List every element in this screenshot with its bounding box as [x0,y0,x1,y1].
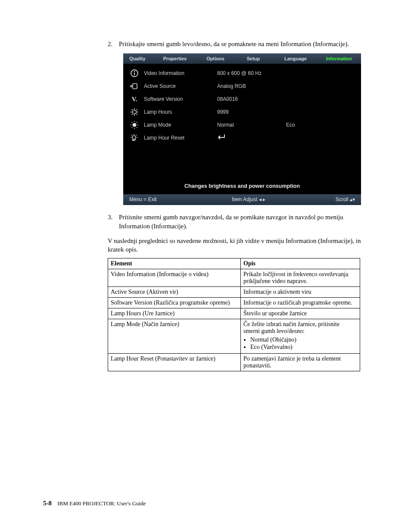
osd-tabs: Quality Properties Options Setup Languag… [123,53,361,64]
osd-tab-setup: Setup [233,53,274,64]
source-icon [129,81,140,91]
osd-row-video-info: Video Information 800 x 600 @ 60 Hz [123,67,361,80]
osd-value: Normal [217,122,282,128]
osd-label: Software Version [144,96,213,102]
osd-tab-options: Options [198,53,233,64]
version-icon: V. [129,94,140,104]
step-3: 3. Pritisnite smerni gumb navzgor/navzdo… [108,213,364,230]
svg-rect-2 [134,73,135,75]
cell-opis-intro: Če želite izbrati način žarnice, pritisn… [243,321,339,334]
svg-point-4 [133,110,137,114]
table-row: Video Information (Informacije o videu) … [108,269,360,287]
step-2-num: 2. [108,40,119,48]
spec-table: Element Opis Video Information (Informac… [108,258,360,371]
lamp-reset-icon [129,133,140,143]
svg-point-22 [132,136,136,139]
lamp-mode-icon [129,120,140,130]
intro-paragraph: V naslednji preglednici so navedene možn… [108,236,364,254]
svg-point-1 [134,71,135,72]
cell-opis: Informacije o aktivnem viru [241,287,360,298]
cell-element: Lamp Hour Reset (Ponastavitev ur žarnice… [108,354,241,371]
th-opis: Opis [241,258,360,269]
osd-label: Active Source [144,83,213,89]
osd-label: Lamp Mode [144,122,213,128]
osd-row-software-version: V. Software Version 08A0016 [123,93,361,106]
step-3-num: 3. [108,213,119,230]
svg-line-26 [131,135,132,136]
svg-line-12 [132,114,133,115]
osd-foot-menu: Menu = Exit [129,196,215,202]
osd-body: Video Information 800 x 600 @ 60 Hz Acti… [123,64,361,194]
osd-tab-properties: Properties [152,53,198,64]
osd-tab-information: Information [317,53,361,64]
osd-foot-adjust: Item Adjust ◂ ▸ [215,196,282,202]
osd-row-lamp-hours: Lamp Hours 9999 [123,106,361,118]
osd-value: 9999 [217,109,282,115]
page-number: 5-8 [43,500,52,507]
osd-value: Analog RGB [217,83,282,89]
cell-opis: Število ur uporabe žarnice [241,308,360,319]
cell-opis: Če želite izbrati način žarnice, pritisn… [241,319,360,354]
osd-tab-quality: Quality [123,53,152,64]
list-item: Normal (Običajno) [250,336,357,343]
table-row: Active Source (Aktiven vir) Informacije … [108,287,360,298]
osd-label: Lamp Hours [144,109,213,115]
table-row: Software Version (Različica programske o… [108,298,360,308]
cell-element: Software Version (Različica programske o… [108,298,241,308]
osd-row-active-source: Active Source Analog RGB [123,80,361,93]
osd-footer: Menu = Exit Item Adjust ◂ ▸ Scroll ▴▾ [123,194,361,205]
osd-foot-scroll: Scroll ▴▾ [282,196,355,202]
table-row: Lamp Hours (Ure žarnice) Število ur upor… [108,308,360,319]
cell-opis: Po zamenjavi žarnice je treba ta element… [241,354,360,371]
svg-line-10 [137,114,137,115]
cell-opis-list: Normal (Običajno) Eco (Varčevalno) [250,336,357,351]
table-row: Lamp Mode (Način žarnice) Če želite izbr… [108,319,360,354]
cell-element: Video Information (Informacije o videu) [108,269,241,287]
table-row: Lamp Hour Reset (Ponastavitev ur žarnice… [108,354,360,371]
osd-row-lamp-mode: Lamp Mode Normal Eco [123,118,361,131]
enter-icon [217,134,282,142]
step-2-text: Pritiskajte smerni gumb levo/desno, da s… [119,40,364,48]
cell-opis: Prikaže ločljivost in frekvenco osveževa… [241,269,360,287]
osd-value: 08A0016 [217,96,282,102]
svg-line-18 [131,122,132,123]
svg-line-19 [137,127,137,128]
osd-description: Changes brightness and power consumption [123,179,361,193]
osd-value: 800 x 600 @ 60 Hz [217,70,282,76]
svg-line-20 [137,122,137,123]
svg-line-27 [136,135,137,136]
step-2: 2. Pritiskajte smerni gumb levo/desno, d… [108,40,364,48]
svg-rect-3 [133,84,137,89]
svg-line-9 [132,109,133,110]
svg-line-11 [137,109,137,110]
cell-element: Lamp Mode (Način žarnice) [108,319,241,354]
svg-line-21 [131,127,132,128]
osd-label: Video Information [144,70,213,76]
footer-title: IBM E400 PROJECTOR: User's Guide [57,500,146,507]
page-footer: 5-8 IBM E400 PROJECTOR: User's Guide [43,500,146,507]
info-icon [129,68,140,78]
svg-point-13 [133,123,137,127]
osd-tab-language: Language [274,53,317,64]
osd-label: Lamp Hour Reset [144,135,213,141]
lamp-hours-icon [129,107,140,117]
table-header-row: Element Opis [108,258,360,269]
step-3-text: Pritisnite smerni gumb navzgor/navzdol, … [119,213,364,230]
osd-value-alt: Eco [286,122,295,128]
th-element: Element [108,258,241,269]
cell-opis: Informacije o različicah programske opre… [241,298,360,308]
cell-element: Active Source (Aktiven vir) [108,287,241,298]
list-item: Eco (Varčevalno) [250,344,357,351]
cell-element: Lamp Hours (Ure žarnice) [108,308,241,319]
osd-screenshot: Quality Properties Options Setup Languag… [123,53,361,205]
osd-row-lamp-reset: Lamp Hour Reset [123,131,361,144]
